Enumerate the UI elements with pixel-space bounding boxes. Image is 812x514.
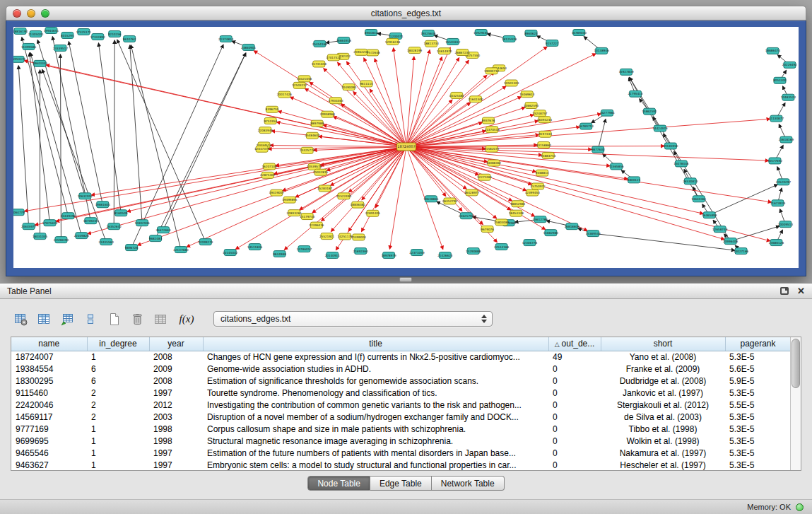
- graph-node-teal[interactable]: 12099273: [198, 239, 213, 245]
- graph-node-teal[interactable]: 26352642: [107, 223, 122, 230]
- graph-node-teal[interactable]: 15929165: [473, 29, 489, 35]
- table-row[interactable]: 1830029562008Estimation of significance …: [11, 375, 791, 387]
- graph-node-teal[interactable]: 14424976: [652, 125, 668, 132]
- graph-node-yellow[interactable]: 10325481: [449, 92, 465, 98]
- graph-node-teal[interactable]: 11673919: [770, 200, 786, 206]
- graph-node-teal[interactable]: 9210256: [108, 30, 122, 37]
- graph-node-yellow[interactable]: 19499895: [282, 197, 298, 203]
- graph-node-teal[interactable]: 23339517: [53, 45, 69, 51]
- column-chooser-icon[interactable]: [35, 310, 53, 327]
- table-row[interactable]: 911546021997Tourette syndrome. Phenomeno…: [11, 387, 791, 399]
- graph-node-yellow[interactable]: 18454348: [509, 210, 524, 216]
- graph-node-yellow[interactable]: 9897989: [310, 120, 324, 127]
- graph-node-teal[interactable]: 23860901: [241, 44, 257, 50]
- graph-node-teal[interactable]: 22371059: [409, 250, 425, 256]
- graph-node-teal[interactable]: 12802946: [134, 220, 150, 226]
- graph-node-teal[interactable]: 21795413: [628, 90, 643, 97]
- graph-node-yellow[interactable]: 22396416: [309, 222, 324, 228]
- graph-node-teal[interactable]: 25612786: [533, 216, 548, 223]
- graph-node-teal[interactable]: 19643345: [33, 60, 48, 66]
- graph-node-teal[interactable]: 14511826: [247, 244, 263, 250]
- graph-node-yellow[interactable]: 10501303: [504, 80, 519, 86]
- graph-node-yellow[interactable]: 15283187: [317, 185, 333, 192]
- graph-node-teal[interactable]: 8015295: [61, 32, 74, 38]
- graph-node-teal[interactable]: 18816194: [13, 28, 28, 34]
- graph-node-teal[interactable]: 10577692: [767, 158, 783, 164]
- table-row[interactable]: 969969511998Structural magnetic resonanc…: [11, 435, 791, 447]
- trash-icon[interactable]: [128, 310, 146, 327]
- graph-node-teal[interactable]: 9157227: [546, 40, 559, 46]
- graph-node-teal[interactable]: 15078448: [673, 160, 689, 167]
- graph-node-yellow[interactable]: 9468814: [536, 170, 549, 176]
- table-row[interactable]: 1938455462009Genome-wide association stu…: [11, 363, 791, 375]
- graph-node-teal[interactable]: 21305020: [28, 30, 44, 37]
- graph-node-yellow[interactable]: 26352793: [442, 198, 458, 204]
- graph-node-teal[interactable]: 15290888: [466, 248, 481, 255]
- graph-node-teal[interactable]: 13640361: [691, 196, 707, 202]
- graph-node-teal[interactable]: 11882980: [543, 230, 559, 236]
- graph-node-teal[interactable]: 8053300: [773, 77, 787, 83]
- graph-node-yellow[interactable]: 21641500: [468, 96, 483, 103]
- graph-node-teal[interactable]: 11130877: [769, 115, 784, 122]
- graph-node-teal[interactable]: 13138946: [594, 47, 610, 54]
- graph-node-yellow[interactable]: 25042815: [313, 169, 329, 175]
- graph-node-teal[interactable]: 24625793: [459, 213, 474, 219]
- graph-node-teal[interactable]: 20140911: [325, 252, 341, 259]
- graph-node-teal[interactable]: 12306778: [522, 240, 538, 246]
- graph-node-yellow[interactable]: 9611115: [360, 81, 373, 87]
- graph-node-yellow[interactable]: 12503217: [292, 82, 307, 88]
- graph-node-teal[interactable]: 24449396: [61, 213, 76, 219]
- network-canvas[interactable]: 1881619421305020199446518015295174251711…: [13, 27, 799, 268]
- graph-node-yellow[interactable]: 10421058: [297, 76, 312, 82]
- graph-node-teal[interactable]: 16789040: [572, 29, 587, 35]
- graph-node-yellow[interactable]: 10490090: [341, 84, 357, 90]
- graph-node-yellow[interactable]: 15179740: [300, 214, 315, 220]
- graph-node-teal[interactable]: 26953476: [13, 56, 26, 62]
- window-titlebar[interactable]: citations_edges.txt: [6, 6, 806, 21]
- graph-node-teal[interactable]: 9844988: [273, 251, 286, 257]
- graph-node-teal[interactable]: 15503612: [445, 38, 461, 45]
- row-tools-icon[interactable]: [81, 310, 100, 327]
- graph-node-yellow[interactable]: 17934463: [328, 98, 343, 104]
- column-header-short[interactable]: short: [601, 337, 725, 351]
- graph-node-teal[interactable]: 26672663: [155, 227, 171, 233]
- close-window-button[interactable]: [13, 9, 21, 18]
- table-row[interactable]: 1872400712008Changes of HCN gene express…: [11, 351, 791, 363]
- graph-node-yellow[interactable]: 15731658: [312, 61, 327, 67]
- graph-node-teal[interactable]: 9877630: [592, 146, 605, 153]
- table-row[interactable]: 2242004622012Investigating the contribut…: [11, 399, 791, 411]
- graph-node-yellow[interactable]: 15248757: [532, 110, 548, 117]
- graph-node-teal[interactable]: 18125928: [502, 35, 517, 42]
- graph-node-teal[interactable]: 9064779: [13, 209, 25, 216]
- graph-node-yellow[interactable]: 25484607: [305, 132, 320, 139]
- graph-node-teal[interactable]: 9896726: [125, 245, 139, 251]
- graph-node-teal[interactable]: 26530813: [683, 178, 698, 185]
- graph-node-teal[interactable]: 22514168: [494, 244, 510, 250]
- float-panel-icon[interactable]: [780, 287, 789, 295]
- graph-node-yellow[interactable]: 14614970: [437, 48, 452, 54]
- graph-node-yellow[interactable]: 21499004: [351, 234, 367, 240]
- column-header-name[interactable]: name: [11, 337, 87, 351]
- graph-node-teal[interactable]: 18709245: [83, 218, 99, 224]
- graph-node-teal[interactable]: 21692364: [353, 248, 369, 255]
- graph-node-teal[interactable]: 10145032: [223, 250, 238, 256]
- column-header-title[interactable]: title: [203, 337, 548, 351]
- graph-node-teal[interactable]: 22598390: [54, 237, 69, 243]
- graph-node-teal[interactable]: 25454166: [312, 40, 328, 47]
- graph-node-yellow[interactable]: 10662593: [524, 103, 539, 109]
- graph-node-yellow[interactable]: 8396755: [266, 106, 279, 112]
- graph-node-yellow[interactable]: 15069613: [519, 91, 535, 98]
- graph-node-teal[interactable]: 20009513: [778, 221, 794, 228]
- graph-node-yellow[interactable]: 9679076: [481, 226, 494, 232]
- column-header-in_degree[interactable]: in_degree: [87, 337, 149, 351]
- graph-node-yellow[interactable]: 9197343: [539, 131, 552, 137]
- graph-node-teal[interactable]: 11099586: [21, 43, 37, 49]
- table-selector-dropdown[interactable]: citations_edges.txt: [213, 311, 493, 327]
- graph-node-yellow[interactable]: 22083940: [258, 127, 273, 134]
- table-row[interactable]: 946362711997Embryonic stem cells: a mode…: [11, 459, 791, 471]
- graph-node-teal[interactable]: 18978979: [381, 252, 396, 259]
- graph-node-teal[interactable]: 9682483: [149, 235, 163, 242]
- table-row[interactable]: 977716911998Corpus callosum shape and si…: [11, 423, 791, 435]
- minimize-window-button[interactable]: [27, 9, 35, 18]
- graph-node-teal[interactable]: 15389544: [586, 230, 601, 237]
